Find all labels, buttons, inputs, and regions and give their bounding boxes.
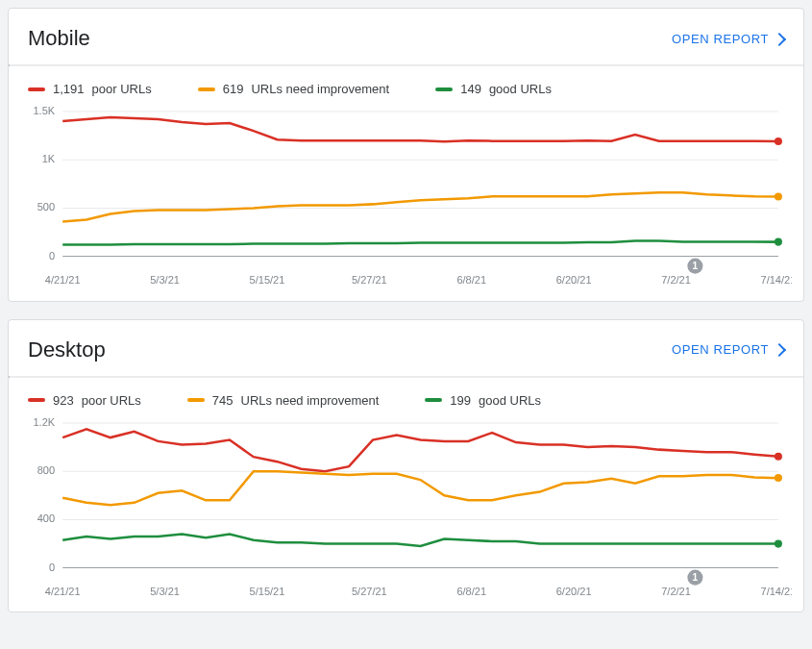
chart-area: 05001K1.5K4/21/215/3/215/15/215/27/216/8… (9, 106, 803, 301)
legend-entry-poor[interactable]: 1,191 poor URLs (28, 82, 152, 96)
legend-swatch-icon (435, 87, 453, 91)
legend-swatch-icon (28, 87, 45, 91)
series-good (62, 241, 778, 245)
mobile-card: MobileOPEN REPORT1,191 poor URLs619 URLs… (8, 8, 804, 302)
y-tick-label: 1.2K (33, 417, 55, 428)
legend-value: 923 (53, 393, 74, 408)
series-good-endpoint (775, 238, 782, 246)
legend-value: 619 (223, 82, 244, 96)
y-tick-label: 1K (42, 153, 56, 164)
x-tick-label: 5/27/21 (352, 274, 387, 286)
series-needs (62, 192, 778, 221)
legend-entry-needs[interactable]: 619 URLs need improvement (198, 82, 390, 96)
legend-value: 149 (460, 82, 481, 96)
x-tick-label: 4/21/21 (45, 274, 81, 286)
series-needs-endpoint (775, 192, 782, 200)
x-tick-label: 6/20/21 (556, 274, 592, 286)
x-tick-label: 5/27/21 (352, 585, 387, 596)
legend-value: 199 (450, 393, 471, 408)
x-tick-label: 5/3/21 (150, 585, 180, 596)
y-tick-label: 0 (49, 250, 55, 262)
x-tick-label: 5/15/21 (250, 274, 285, 286)
series-poor (62, 117, 778, 141)
chart-svg: 05001K1.5K4/21/215/3/215/15/215/27/216/8… (20, 106, 792, 289)
x-tick-label: 7/14/21 (761, 585, 792, 596)
series-poor (62, 429, 778, 471)
legend-entry-good[interactable]: 149 good URLs (435, 82, 552, 96)
series-poor-endpoint (775, 452, 782, 460)
chevron-right-icon (773, 32, 786, 45)
x-tick-label: 7/2/21 (661, 585, 691, 596)
x-tick-label: 5/15/21 (250, 585, 285, 596)
open-report-label: OPEN REPORT (672, 32, 769, 46)
x-tick-label: 6/8/21 (456, 585, 486, 596)
legend-swatch-icon (187, 398, 205, 402)
chevron-right-icon (773, 343, 786, 357)
legend-label: URLs need improvement (251, 82, 389, 96)
desktop-card: DesktopOPEN REPORT923 poor URLs745 URLs … (8, 319, 804, 613)
y-tick-label: 500 (37, 201, 55, 212)
x-tick-label: 7/14/21 (761, 274, 792, 286)
x-tick-label: 7/2/21 (661, 274, 691, 286)
legend-entry-good[interactable]: 199 good URLs (425, 393, 541, 408)
x-tick-label: 6/20/21 (556, 585, 592, 596)
card-title: Desktop (28, 337, 106, 362)
legend-value: 1,191 (53, 82, 85, 96)
card-header: MobileOPEN REPORT (9, 9, 803, 64)
y-tick-label: 1.5K (33, 106, 55, 116)
legend-entry-needs[interactable]: 745 URLs need improvement (187, 393, 380, 408)
event-marker-label: 1 (693, 572, 699, 583)
chart-legend: 923 poor URLs745 URLs need improvement19… (9, 378, 803, 417)
legend-swatch-icon (198, 87, 215, 91)
x-tick-label: 4/21/21 (45, 585, 81, 596)
open-report-label: OPEN REPORT (672, 342, 769, 357)
legend-label: good URLs (479, 393, 541, 408)
event-marker-label: 1 (693, 261, 699, 271)
legend-entry-poor[interactable]: 923 poor URLs (28, 393, 141, 408)
legend-swatch-icon (28, 398, 45, 402)
chart-svg: 04008001.2K4/21/215/3/215/15/215/27/216/… (20, 417, 792, 601)
series-good-endpoint (775, 539, 782, 547)
legend-label: poor URLs (92, 82, 152, 96)
legend-swatch-icon (425, 398, 442, 402)
series-needs (62, 471, 778, 505)
card-header: DesktopOPEN REPORT (9, 320, 803, 376)
series-good (62, 534, 778, 546)
legend-value: 745 (212, 393, 234, 408)
chart-area: 04008001.2K4/21/215/3/215/15/215/27/216/… (9, 417, 803, 612)
series-needs-endpoint (775, 474, 782, 482)
legend-label: poor URLs (82, 393, 141, 408)
open-report-link[interactable]: OPEN REPORT (672, 32, 784, 46)
chart-legend: 1,191 poor URLs619 URLs need improvement… (9, 66, 803, 106)
card-title: Mobile (28, 26, 90, 51)
x-tick-label: 5/3/21 (150, 274, 180, 286)
x-tick-label: 6/8/21 (456, 274, 486, 286)
y-tick-label: 800 (37, 464, 55, 476)
y-tick-label: 400 (37, 512, 55, 524)
legend-label: good URLs (489, 82, 552, 96)
open-report-link[interactable]: OPEN REPORT (672, 342, 784, 357)
y-tick-label: 0 (49, 561, 55, 572)
series-poor-endpoint (775, 137, 782, 145)
legend-label: URLs need improvement (241, 393, 380, 408)
